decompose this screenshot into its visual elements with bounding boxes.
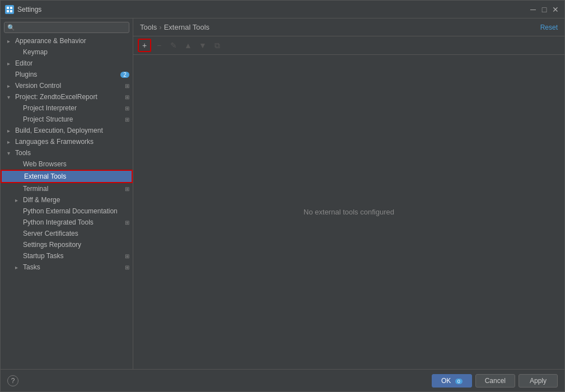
move-down-button[interactable]: ▼ [196, 39, 209, 52]
main-panel: Tools › External Tools Reset + − ✎ ▲ ▼ ⧉… [133, 18, 564, 369]
search-input[interactable] [4, 22, 129, 33]
sidebar-item-tasks[interactable]: ▸Tasks⊞ [1, 262, 133, 273]
sidebar-item-keymap[interactable]: Keymap [1, 46, 133, 58]
sidebar-label-plugins: Plugins [15, 71, 118, 78]
tree-arrow-build-execution: ▸ [7, 128, 15, 134]
config-icon-terminal: ⊞ [125, 186, 129, 192]
settings-window: Settings ─ □ ✕ 🔍 ▸Appearance & BehaviorK… [0, 0, 565, 392]
sidebar-label-server-certs: Server Certificates [23, 230, 129, 237]
sidebar-label-editor: Editor [15, 59, 129, 67]
move-up-button[interactable]: ▲ [181, 39, 195, 52]
tree-arrow-appearance-behavior: ▸ [7, 38, 15, 44]
tree-arrow-project: ▾ [7, 94, 15, 100]
cancel-button[interactable]: Cancel [475, 374, 515, 388]
sidebar-item-python-integrated[interactable]: Python Integrated Tools⊞ [1, 217, 133, 228]
svg-rect-3 [10, 10, 12, 12]
maximize-button[interactable]: □ [540, 5, 549, 14]
add-tool-button[interactable]: + [138, 39, 151, 52]
search-icon: 🔍 [7, 24, 15, 31]
sidebar-label-version-control: Version Control [15, 82, 123, 90]
tree-arrow-editor: ▸ [7, 60, 15, 67]
content-area: 🔍 ▸Appearance & BehaviorKeymap▸EditorPlu… [1, 18, 564, 369]
sidebar-label-project: Project: ZendtoExcelReport [15, 93, 123, 101]
tools-toolbar: + − ✎ ▲ ▼ ⧉ [133, 36, 564, 55]
config-icon-startup-tasks: ⊞ [125, 253, 129, 259]
sidebar-label-python-integrated: Python Integrated Tools [23, 218, 123, 226]
breadcrumb-separator: › [159, 23, 161, 31]
config-icon-project-interpreter: ⊞ [125, 105, 129, 111]
edit-tool-button[interactable]: ✎ [167, 39, 180, 52]
config-icon-project: ⊞ [125, 94, 129, 100]
breadcrumb: Tools › External Tools [140, 23, 209, 31]
sidebar-label-build-execution: Build, Execution, Deployment [15, 127, 129, 134]
sidebar-label-startup-tasks: Startup Tasks [23, 252, 123, 260]
empty-message: No external tools configured [303, 208, 394, 216]
close-button[interactable]: ✕ [551, 5, 560, 14]
config-icon-project-structure: ⊞ [125, 116, 129, 123]
minimize-button[interactable]: ─ [529, 5, 538, 14]
bottom-left: ? [7, 375, 428, 386]
sidebar-item-settings-repo[interactable]: Settings Repository [1, 239, 133, 250]
sidebar: 🔍 ▸Appearance & BehaviorKeymap▸EditorPlu… [1, 18, 133, 369]
badge-plugins: 2 [120, 72, 129, 78]
ok-button[interactable]: OK 0 [432, 374, 472, 388]
sidebar-item-startup-tasks[interactable]: Startup Tasks⊞ [1, 250, 133, 262]
sidebar-item-project[interactable]: ▾Project: ZendtoExcelReport⊞ [1, 91, 133, 102]
sidebar-label-appearance-behavior: Appearance & Behavior [15, 37, 129, 45]
sidebar-label-external-tools: External Tools [24, 172, 128, 180]
svg-rect-0 [7, 7, 9, 9]
tree-arrow-languages-frameworks: ▸ [7, 139, 15, 145]
window-controls: ─ □ ✕ [529, 5, 560, 14]
sidebar-item-appearance-behavior[interactable]: ▸Appearance & Behavior [1, 35, 133, 46]
reset-button[interactable]: Reset [540, 24, 558, 31]
breadcrumb-current: External Tools [164, 23, 209, 31]
sidebar-label-diff-merge: Diff & Merge [23, 196, 129, 204]
sidebar-item-server-certs[interactable]: Server Certificates [1, 228, 133, 239]
ok-label: OK [441, 377, 451, 385]
svg-rect-2 [7, 10, 9, 12]
sidebar-item-plugins[interactable]: Plugins2 [1, 69, 133, 80]
tools-content: No external tools configured [133, 55, 564, 369]
config-icon-version-control: ⊞ [125, 83, 129, 89]
sidebar-item-python-ext-doc[interactable]: Python External Documentation [1, 206, 133, 217]
title-bar: Settings ─ □ ✕ [1, 1, 564, 18]
sidebar-label-keymap: Keymap [23, 48, 129, 56]
tree-arrow-tasks: ▸ [15, 264, 23, 270]
svg-rect-1 [10, 7, 12, 9]
apply-button[interactable]: Apply [519, 374, 558, 388]
sidebar-item-diff-merge[interactable]: ▸Diff & Merge [1, 194, 133, 206]
copy-button[interactable]: ⧉ [211, 39, 224, 52]
tree-arrow-tools: ▾ [7, 150, 15, 156]
sidebar-label-tasks: Tasks [23, 263, 123, 271]
sidebar-tree: ▸Appearance & BehaviorKeymap▸EditorPlugi… [1, 35, 133, 369]
sidebar-label-settings-repo: Settings Repository [23, 241, 129, 249]
sidebar-item-tools[interactable]: ▾Tools [1, 147, 133, 158]
sidebar-label-project-interpreter: Project Interpreter [23, 104, 123, 112]
sidebar-item-external-tools[interactable]: External Tools [1, 170, 133, 183]
sidebar-item-editor[interactable]: ▸Editor [1, 58, 133, 69]
app-icon [5, 5, 14, 14]
search-box: 🔍 [4, 22, 129, 33]
sidebar-item-terminal[interactable]: Terminal⊞ [1, 183, 133, 194]
sidebar-item-web-browsers[interactable]: Web Browsers [1, 158, 133, 170]
ok-badge: 0 [455, 379, 463, 384]
sidebar-item-languages-frameworks[interactable]: ▸Languages & Frameworks [1, 136, 133, 147]
sidebar-item-project-structure[interactable]: Project Structure⊞ [1, 114, 133, 125]
config-icon-python-integrated: ⊞ [125, 220, 129, 226]
sidebar-item-project-interpreter[interactable]: Project Interpreter⊞ [1, 102, 133, 114]
bottom-bar: ? OK 0 Cancel Apply [1, 369, 564, 391]
config-icon-tasks: ⊞ [125, 264, 129, 270]
breadcrumb-bar: Tools › External Tools Reset [133, 18, 564, 36]
tree-arrow-diff-merge: ▸ [15, 197, 23, 203]
sidebar-label-languages-frameworks: Languages & Frameworks [15, 138, 129, 146]
sidebar-label-terminal: Terminal [23, 185, 123, 193]
sidebar-label-tools: Tools [15, 149, 129, 157]
tree-arrow-version-control: ▸ [7, 83, 15, 89]
remove-tool-button[interactable]: − [152, 39, 166, 52]
help-button[interactable]: ? [7, 375, 18, 386]
sidebar-item-build-execution[interactable]: ▸Build, Execution, Deployment [1, 125, 133, 136]
sidebar-label-web-browsers: Web Browsers [23, 160, 129, 168]
sidebar-item-version-control[interactable]: ▸Version Control⊞ [1, 80, 133, 91]
breadcrumb-parent: Tools [140, 23, 157, 31]
sidebar-label-python-ext-doc: Python External Documentation [23, 207, 129, 215]
